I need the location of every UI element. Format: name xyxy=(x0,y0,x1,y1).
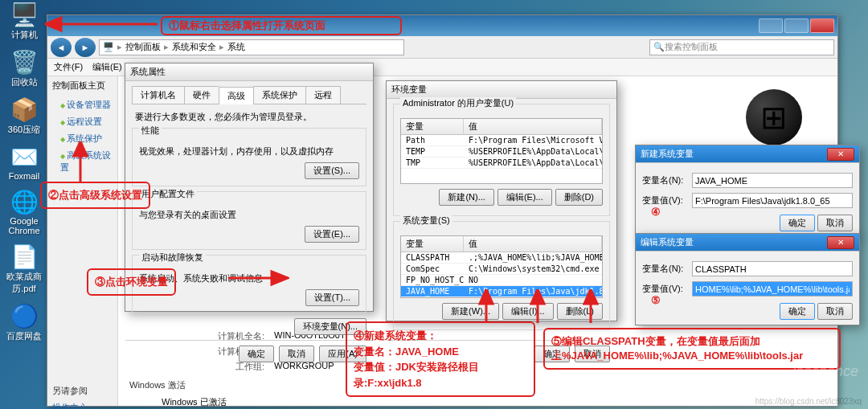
ok-button[interactable]: 确定 xyxy=(780,303,815,320)
user-delete-button[interactable]: 删除(D) xyxy=(555,189,603,206)
tab-computer-name[interactable]: 计算机名 xyxy=(132,86,184,104)
col-header-name[interactable]: 变量 xyxy=(401,119,464,134)
watermark: leechence xyxy=(792,363,858,380)
ok-button[interactable]: 确定 xyxy=(780,215,815,231)
table-row[interactable]: TEMP%USERPROFILE%\AppData\Local\Temp xyxy=(401,146,602,157)
breadcrumb[interactable]: 系统 xyxy=(227,41,245,53)
performance-settings-button[interactable]: 设置(S)... xyxy=(305,162,359,179)
desktop-icon-pdf[interactable]: 📄欧莱成商历.pdf xyxy=(2,243,47,295)
back-button[interactable]: ◄ xyxy=(51,38,72,57)
desktop-icon-recyclebin[interactable]: 🗑️回收站 xyxy=(2,49,47,88)
nav-bar: ◄ ► 🖥️ ▸控制面板 ▸系统和安全 ▸系统 🔍 搜索控制面板 xyxy=(47,36,837,59)
cancel-button[interactable]: 取消 xyxy=(575,346,610,362)
close-icon[interactable]: ✕ xyxy=(827,148,854,161)
table-row[interactable]: ComSpecC:\Windows\system32\cmd.exe xyxy=(401,264,602,275)
pdf-icon: 📄 xyxy=(8,243,40,269)
dialog-title[interactable]: 新建系统变量✕ xyxy=(636,145,859,163)
col-header-name[interactable]: 变量 xyxy=(401,236,464,252)
apply-button[interactable]: 应用(A) xyxy=(319,346,366,362)
user-new-button[interactable]: 新建(N)... xyxy=(439,189,493,206)
recycle-icon: 🗑️ xyxy=(8,49,40,75)
table-row[interactable]: FP_NO_HOST_C...NO xyxy=(401,275,602,286)
tab-strip: 计算机名 硬件 高级 系统保护 远程 xyxy=(132,86,366,104)
maximize-button[interactable] xyxy=(784,18,809,33)
performance-desc: 视觉效果，处理器计划，内存使用，以及虚拟内存 xyxy=(139,145,359,157)
user-vars-table[interactable]: 变量值 PathF:\Program Files\Microsoft VS C.… xyxy=(400,118,603,184)
see-also-title: 另请参阅 xyxy=(52,385,113,397)
svg-marker-9 xyxy=(531,289,544,304)
table-row[interactable]: TMP%USERPROFILE%\AppData\Local\Temp xyxy=(401,157,602,169)
minimize-button[interactable] xyxy=(759,18,783,33)
menu-file[interactable]: 文件(F) xyxy=(54,61,83,73)
desktop-label: 360压缩 xyxy=(2,124,47,136)
desktop-icon-baidu[interactable]: 🔵百度网盘 xyxy=(2,303,47,342)
cloud-icon: 🔵 xyxy=(8,303,40,329)
ok-button[interactable]: 确定 xyxy=(534,346,570,362)
var-name-input[interactable] xyxy=(692,261,853,276)
desktop-icon-chrome[interactable]: 🌐Google Chrome xyxy=(2,189,47,235)
close-button[interactable] xyxy=(810,18,834,33)
startup-settings-button[interactable]: 设置(T)... xyxy=(305,289,359,306)
breadcrumb[interactable]: 控制面板 xyxy=(125,41,161,53)
performance-group: 性能 视觉效果，处理器计划，内存使用，以及虚拟内存 设置(S)... xyxy=(132,128,366,186)
ok-button[interactable]: 确定 xyxy=(239,346,274,362)
sidebar-item-device-manager[interactable]: 设备管理器 xyxy=(52,96,113,113)
desktop-label: Google Chrome xyxy=(2,216,47,235)
svg-marker-11 xyxy=(584,289,597,304)
var-value-input[interactable] xyxy=(692,193,853,208)
dialog-title-text: 编辑系统变量 xyxy=(641,236,694,248)
table-row[interactable]: JAVA_HOMEF:\Program Files\Java\jdk1.8.0_… xyxy=(401,286,602,297)
tab-remote[interactable]: 远程 xyxy=(305,86,341,104)
startup-group-title: 启动和故障恢复 xyxy=(139,252,206,264)
var-name-input[interactable] xyxy=(692,173,853,188)
profile-settings-button[interactable]: 设置(E)... xyxy=(305,226,359,243)
user-vars-title: Administrator 的用户变量(U) xyxy=(400,97,516,109)
desktop-label: 计算机 xyxy=(2,29,47,41)
dialog-title-text: 系统属性 xyxy=(130,66,166,78)
desktop-icon-360zip[interactable]: 📦360压缩 xyxy=(2,96,47,136)
dialog-title[interactable]: 系统属性 xyxy=(125,63,373,81)
desktop-label: 百度网盘 xyxy=(2,330,47,342)
tab-hardware[interactable]: 硬件 xyxy=(184,86,219,104)
profile-desc: 与您登录有关的桌面设置 xyxy=(139,209,359,221)
search-input[interactable]: 🔍 搜索控制面板 xyxy=(649,39,834,55)
desktop-icon-computer[interactable]: 🖥️计算机 xyxy=(2,2,47,41)
tab-advanced[interactable]: 高级 xyxy=(219,87,253,104)
forward-button[interactable]: ► xyxy=(75,38,96,57)
see-also-action-center[interactable]: 操作中心 xyxy=(52,400,113,409)
col-header-value[interactable]: 值 xyxy=(464,236,602,252)
address-bar[interactable]: 🖥️ ▸控制面板 ▸系统和安全 ▸系统 xyxy=(99,39,404,55)
label-var-value: 变量值(V): xyxy=(642,283,692,295)
close-icon[interactable]: ✕ xyxy=(827,236,854,249)
chrome-icon: 🌐 xyxy=(8,189,40,215)
menu-edit[interactable]: 编辑(E) xyxy=(92,61,122,73)
label-var-name: 变量名(N): xyxy=(642,174,692,186)
user-edit-button[interactable]: 编辑(E)... xyxy=(497,189,552,206)
cancel-button[interactable]: 取消 xyxy=(817,215,853,231)
dialog-title[interactable]: 环境变量 xyxy=(387,81,616,99)
env-variables-button[interactable]: 环境变量(N)... xyxy=(294,318,366,335)
breadcrumb[interactable]: 系统和安全 xyxy=(172,41,216,53)
cancel-button[interactable]: 取消 xyxy=(279,346,314,362)
performance-group-title: 性能 xyxy=(139,125,162,137)
var-value-input[interactable] xyxy=(692,281,853,297)
cancel-button[interactable]: 取消 xyxy=(817,303,853,320)
svg-marker-1 xyxy=(45,18,61,31)
mail-icon: ✉️ xyxy=(8,144,40,170)
sidebar-item-remote[interactable]: 远程设置 xyxy=(52,113,113,130)
desktop-icon-foxmail[interactable]: ✉️Foxmail xyxy=(2,144,47,181)
col-header-value[interactable]: 值 xyxy=(464,119,602,134)
desktop-label: 回收站 xyxy=(2,76,47,88)
activation-header: Windows 激活 xyxy=(129,379,826,391)
windows-logo: ⊞ xyxy=(746,89,802,145)
zip-icon: 📦 xyxy=(8,96,40,122)
sys-vars-table[interactable]: 变量值 CLASSPATH.;%JAVA_HOME%\lib;%JAVA_HOM… xyxy=(400,235,603,298)
label-var-value: 变量值(V): xyxy=(642,194,692,207)
svg-marker-3 xyxy=(74,141,87,156)
desktop-label: 欧莱成商历.pdf xyxy=(2,271,47,295)
dialog-title[interactable]: 编辑系统变量✕ xyxy=(636,234,859,252)
table-row[interactable]: PathF:\Program Files\Microsoft VS C... xyxy=(401,135,602,146)
tab-protection[interactable]: 系统保护 xyxy=(253,86,305,104)
table-row[interactable]: CLASSPATH.;%JAVA_HOME%\lib;%JAVA_HOME%\l… xyxy=(401,252,602,264)
window-titlebar[interactable] xyxy=(47,15,837,36)
